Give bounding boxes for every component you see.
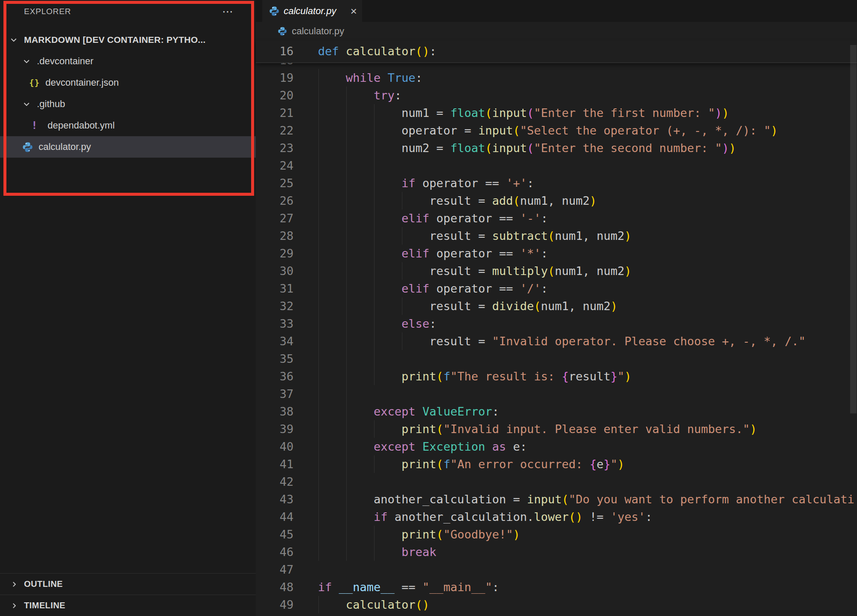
line-content: result = add(num1, num2) (318, 192, 857, 209)
chevron-down-icon (22, 57, 37, 66)
editor-scrollbar[interactable] (850, 41, 857, 616)
explorer-title: EXPLORER (24, 7, 71, 16)
code-line-23[interactable]: 23 num2 = float(input("Enter the second … (256, 139, 857, 157)
line-number: 38 (256, 403, 318, 420)
line-number: 33 (256, 315, 318, 332)
code-line-29[interactable]: 29 elif operator == '*': (256, 245, 857, 262)
tree-item-label: MARKDOWN [DEV CONTAINER: PYTHO... (24, 35, 209, 45)
code-line-24[interactable]: 24 (256, 157, 857, 174)
line-content: operator = input("Select the operator (+… (318, 122, 857, 139)
sidebar-section-timeline[interactable]: TIMELINE (0, 595, 256, 616)
indent-guide (374, 526, 375, 543)
tab-close-icon[interactable]: × (351, 6, 357, 17)
line-number: 34 (256, 332, 318, 350)
line-number: 21 (256, 104, 318, 122)
code-line-16[interactable]: 16def calculator(): (256, 41, 436, 58)
code-line-31[interactable]: 31 elif operator == '/': (256, 280, 857, 297)
line-number: 26 (256, 192, 318, 209)
line-number: 16 (256, 41, 318, 58)
line-content: while True: (318, 69, 857, 87)
tree-item-calculator-py[interactable]: calculator.py (0, 136, 256, 158)
python-file-icon (269, 6, 279, 16)
indent-guide (318, 526, 319, 543)
line-number: 22 (256, 122, 318, 139)
indent-guide (318, 69, 319, 87)
code-line-47[interactable]: 47 (256, 561, 857, 578)
code-line-20[interactable]: 20 try: (256, 87, 857, 104)
code-line-33[interactable]: 33 else: (256, 315, 857, 332)
code-line-40[interactable]: 40 except Exception as e: (256, 438, 857, 455)
line-number: 28 (256, 227, 318, 245)
code-line-43[interactable]: 43 another_calculation = input("Do you w… (256, 490, 857, 508)
tree-item--github[interactable]: .github (0, 93, 256, 115)
indent-guide (374, 245, 375, 262)
indent-guide (346, 227, 347, 245)
code-line-35[interactable]: 35 (256, 350, 857, 368)
indent-guide (346, 385, 347, 403)
line-number: 35 (256, 350, 318, 368)
indent-guide (374, 227, 375, 245)
indent-guide (374, 543, 375, 561)
scrollbar-slider[interactable] (850, 45, 857, 413)
code-line-19[interactable]: 19 while True: (256, 69, 857, 87)
indent-guide (318, 227, 319, 245)
code-line-22[interactable]: 22 operator = input("Select the operator… (256, 122, 857, 139)
indent-guide (318, 87, 319, 104)
line-number: 24 (256, 157, 318, 174)
line-number: 36 (256, 368, 318, 385)
tree-item--devcontainer[interactable]: .devcontainer (0, 51, 256, 72)
indent-guide (346, 420, 347, 438)
code-line-25[interactable]: 25 if operator == '+': (256, 174, 857, 192)
line-content: print("Invalid input. Please enter valid… (318, 420, 857, 438)
line-number: 19 (256, 69, 318, 87)
code-line-27[interactable]: 27 elif operator == '-': (256, 209, 857, 227)
code-line-38[interactable]: 38 except ValueError: (256, 403, 857, 420)
tree-item-label: calculator.py (39, 141, 94, 153)
indent-guide (318, 350, 319, 368)
code-line-46[interactable]: 46 break (256, 543, 857, 561)
tree-item-dependabot-yml[interactable]: !dependabot.yml (0, 115, 256, 136)
tab-bar: calculator.py × (256, 0, 857, 22)
code-line-34[interactable]: 34 result = "Invalid operator. Please ch… (256, 332, 857, 350)
code-line-37[interactable]: 37 (256, 385, 857, 403)
indent-guide (402, 192, 402, 209)
indent-guide (318, 209, 319, 227)
indent-guide (346, 245, 347, 262)
line-content: result = divide(num1, num2) (318, 297, 857, 315)
code-line-21[interactable]: 21 num1 = float(input("Enter the first n… (256, 104, 857, 122)
indent-guide (318, 262, 319, 280)
code-line-26[interactable]: 26 result = add(num1, num2) (256, 192, 857, 209)
line-content (318, 613, 857, 616)
indent-guide (374, 209, 375, 227)
code-line-39[interactable]: 39 print("Invalid input. Please enter va… (256, 420, 857, 438)
code-line-32[interactable]: 32 result = divide(num1, num2) (256, 297, 857, 315)
sticky-scroll-line[interactable]: 16def calculator(): (256, 41, 857, 63)
code-line-44[interactable]: 44 if another_calculation.lower() != 'ye… (256, 508, 857, 526)
tree-item-label: .github (37, 99, 69, 110)
line-number: 20 (256, 87, 318, 104)
code-line-45[interactable]: 45 print("Goodbye!") (256, 526, 857, 543)
line-content: elif operator == '*': (318, 245, 857, 262)
more-actions-icon[interactable]: ⋯ (222, 9, 234, 14)
code-line-42[interactable]: 42 (256, 473, 857, 490)
code-line-49[interactable]: 49 calculator() (256, 596, 857, 613)
code-editor[interactable]: 1819 while True:20 try:21 num1 = float(i… (256, 63, 857, 616)
code-line-36[interactable]: 36 print(f"The result is: {result}") (256, 368, 857, 385)
tab-calculator-py[interactable]: calculator.py × (262, 0, 362, 22)
tree-item-devcontainer-json[interactable]: {}devcontainer.json (0, 72, 256, 93)
tree-item-markdown-dev-container-pytho-[interactable]: MARKDOWN [DEV CONTAINER: PYTHO... (0, 29, 256, 51)
code-line-50[interactable]: 50 (256, 613, 857, 616)
tree-item-label: dependabot.yml (48, 120, 118, 131)
line-content: result = multiply(num1, num2) (318, 262, 857, 280)
line-content (318, 473, 857, 490)
code-line-30[interactable]: 30 result = multiply(num1, num2) (256, 262, 857, 280)
code-line-18[interactable]: 18 (256, 63, 857, 69)
code-line-41[interactable]: 41 print(f"An error occurred: {e}") (256, 455, 857, 473)
breadcrumb[interactable]: calculator.py (256, 22, 857, 41)
code-line-48[interactable]: 48if __name__ == "__main__": (256, 578, 857, 596)
sidebar-section-outline[interactable]: OUTLINE (0, 573, 256, 595)
code-line-28[interactable]: 28 result = subtract(num1, num2) (256, 227, 857, 245)
indent-guide (318, 104, 319, 122)
line-number: 18 (256, 63, 318, 69)
chevron-right-icon (10, 602, 18, 610)
